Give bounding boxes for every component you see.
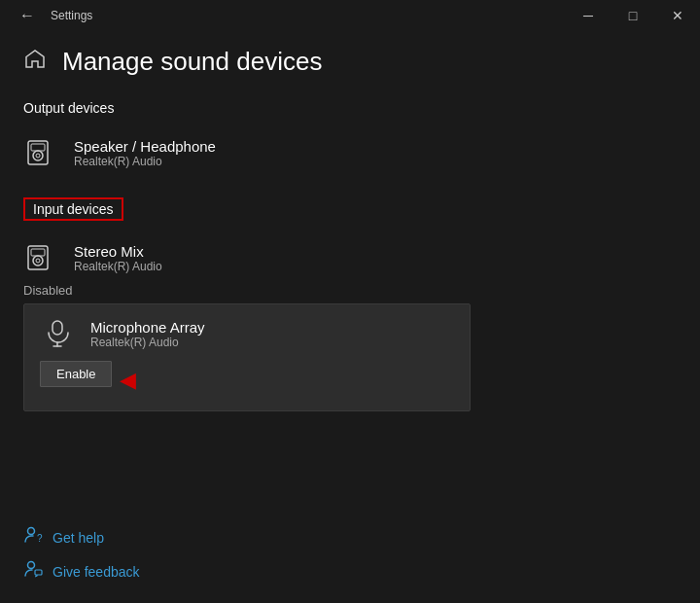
main-content: Manage sound devices Output devices Spea… xyxy=(0,31,700,427)
output-devices-section: Output devices Speaker / Headphone Realt… xyxy=(23,100,677,178)
microphone-array-driver: Realtek(R) Audio xyxy=(90,336,205,349)
give-feedback-icon xyxy=(23,559,43,584)
svg-point-6 xyxy=(36,259,40,263)
svg-rect-14 xyxy=(35,570,42,575)
microphone-array-card: Microphone Array Realtek(R) Audio Enable… xyxy=(23,303,471,411)
svg-text:?: ? xyxy=(37,533,43,544)
give-feedback-label: Give feedback xyxy=(52,564,140,580)
microphone-array-item: Microphone Array Realtek(R) Audio xyxy=(40,316,454,361)
window-title: Settings xyxy=(51,9,92,22)
page-title: Manage sound devices xyxy=(62,47,322,77)
disabled-label: Disabled xyxy=(23,283,677,298)
svg-point-11 xyxy=(28,528,35,535)
get-help-label: Get help xyxy=(52,530,104,546)
speaker-name: Speaker / Headphone xyxy=(74,138,216,155)
speaker-driver: Realtek(R) Audio xyxy=(74,155,216,168)
maximize-button[interactable]: □ xyxy=(611,0,655,31)
give-feedback-link[interactable]: Give feedback xyxy=(23,559,140,584)
home-icon xyxy=(23,48,47,77)
enable-button[interactable]: Enable xyxy=(40,361,112,387)
stereo-mix-driver: Realtek(R) Audio xyxy=(74,260,162,273)
output-devices-label: Output devices xyxy=(23,100,677,116)
svg-point-5 xyxy=(33,256,43,266)
svg-rect-7 xyxy=(31,249,45,256)
window-controls: ─ □ ✕ xyxy=(566,0,700,31)
page-header: Manage sound devices xyxy=(23,47,677,77)
svg-rect-3 xyxy=(31,144,45,151)
bottom-links: ? Get help Give feedback xyxy=(23,525,140,584)
input-devices-label-wrapper: Input devices xyxy=(23,197,677,232)
stereo-mix-item: Stereo Mix Realtek(R) Audio xyxy=(23,232,677,283)
microphone-array-info: Microphone Array Realtek(R) Audio xyxy=(90,319,205,349)
microphone-icon xyxy=(40,316,75,351)
svg-rect-8 xyxy=(52,321,62,335)
stereo-mix-name: Stereo Mix xyxy=(74,243,162,260)
minimize-button[interactable]: ─ xyxy=(566,0,611,31)
get-help-icon: ? xyxy=(23,525,43,550)
input-devices-label: Input devices xyxy=(23,197,123,221)
back-button[interactable]: ← xyxy=(12,3,43,28)
enable-button-row: Enable ◀ xyxy=(40,361,454,399)
microphone-array-name: Microphone Array xyxy=(90,319,205,336)
stereo-mix-icon xyxy=(23,240,58,275)
get-help-link[interactable]: ? Get help xyxy=(23,525,140,550)
input-devices-section: Input devices Stereo Mix Realtek(R) Audi… xyxy=(23,197,677,411)
speaker-icon xyxy=(23,135,58,170)
stereo-mix-info: Stereo Mix Realtek(R) Audio xyxy=(74,243,162,273)
svg-point-1 xyxy=(33,151,43,160)
title-bar: ← Settings ─ □ ✕ xyxy=(0,0,700,31)
close-button[interactable]: ✕ xyxy=(655,0,700,31)
svg-point-2 xyxy=(36,154,40,158)
speaker-headphone-item: Speaker / Headphone Realtek(R) Audio xyxy=(23,127,677,178)
red-arrow-annotation: ◀ xyxy=(120,368,136,393)
svg-point-13 xyxy=(28,562,35,569)
speaker-info: Speaker / Headphone Realtek(R) Audio xyxy=(74,138,216,168)
